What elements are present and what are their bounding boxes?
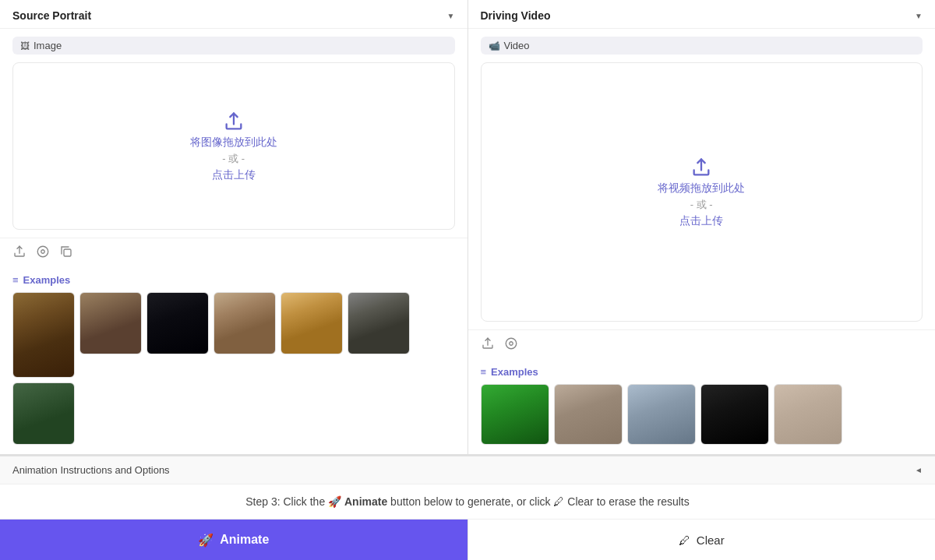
source-type-label: Image <box>34 40 62 51</box>
animate-emoji: 🚀 <box>198 533 213 548</box>
driving-example-face5[interactable] <box>774 384 842 445</box>
example-monalisa[interactable] <box>12 292 75 378</box>
example-einstein[interactable] <box>348 292 410 354</box>
clear-button[interactable]: 🖊 Clear <box>468 519 936 560</box>
video-icon: 📹 <box>489 41 500 51</box>
upload-icon-source <box>223 111 245 136</box>
driving-panel-arrow[interactable]: ▼ <box>915 12 923 20</box>
clear-emphasis: Clear <box>567 495 593 508</box>
panels-row: Source Portrait ▼ 🖼 Image 将图像拖放到此处 - 或 -… <box>0 0 935 455</box>
driving-examples-header: ≡ Examples <box>481 366 923 378</box>
animate-emphasis: Animate <box>344 495 387 508</box>
svg-point-0 <box>37 246 48 257</box>
source-type-badge[interactable]: 🖼 Image <box>12 37 455 55</box>
driving-panel-header: Driving Video ▼ <box>468 0 936 29</box>
animate-label: Animate <box>220 533 269 547</box>
source-panel-title: Source Portrait <box>12 9 91 22</box>
driving-upload-click: 点击上传 <box>679 214 723 228</box>
source-upload-area[interactable]: 将图像拖放到此处 - 或 - 点击上传 <box>12 62 455 230</box>
example-animated[interactable] <box>280 292 343 354</box>
driving-example-face1[interactable] <box>481 384 549 445</box>
source-copy-tool-icon[interactable] <box>59 245 73 262</box>
svg-point-4 <box>509 342 513 346</box>
source-upload-main: 将图像拖放到此处 <box>190 136 277 150</box>
example-chinese-warrior[interactable] <box>79 292 142 354</box>
driving-type-badge[interactable]: 📹 Video <box>481 37 923 55</box>
step-instruction: Step 3: Click the 🚀 Animate button below… <box>0 484 935 519</box>
driving-upload-area[interactable]: 将视频拖放到此处 - 或 - 点击上传 <box>481 62 923 322</box>
example-child[interactable] <box>213 292 276 354</box>
driving-examples-list-icon: ≡ <box>481 366 487 378</box>
source-examples-label: Examples <box>23 274 71 286</box>
driving-examples-grid <box>481 384 923 445</box>
action-buttons: 🚀 Animate 🖊 Clear <box>0 519 935 560</box>
driving-upload-main: 将视频拖放到此处 <box>658 181 745 195</box>
svg-point-1 <box>41 250 45 254</box>
source-examples-grid <box>12 292 455 445</box>
source-tools <box>0 238 468 268</box>
bottom-section: Animation Instructions and Options ◄ Ste… <box>0 455 935 560</box>
source-portrait-panel: Source Portrait ▼ 🖼 Image 将图像拖放到此处 - 或 -… <box>0 0 468 454</box>
driving-crop-tool-icon[interactable] <box>504 336 518 354</box>
clear-label: Clear <box>697 534 725 547</box>
animation-options-title: Animation Instructions and Options <box>12 464 170 476</box>
driving-examples-section: ≡ Examples <box>468 360 936 454</box>
app-container: Source Portrait ▼ 🖼 Image 将图像拖放到此处 - 或 -… <box>0 0 935 560</box>
animation-options-bar[interactable]: Animation Instructions and Options ◄ <box>0 456 935 484</box>
clear-emoji: 🖊 <box>679 534 690 547</box>
example-pearl-earring[interactable] <box>146 292 209 354</box>
animate-button[interactable]: 🚀 Animate <box>0 519 468 560</box>
driving-type-label: Video <box>504 40 530 51</box>
source-upload-tool-icon[interactable] <box>12 245 26 262</box>
source-examples-section: ≡ Examples <box>0 268 468 454</box>
driving-upload-tool-icon[interactable] <box>481 336 495 354</box>
source-upload-click: 点击上传 <box>212 168 256 182</box>
driving-tools <box>468 329 936 360</box>
driving-example-face3[interactable] <box>627 384 696 445</box>
source-panel-arrow[interactable]: ▼ <box>447 12 455 20</box>
source-upload-or: - 或 - <box>222 152 245 166</box>
svg-rect-2 <box>64 249 71 256</box>
example-monkey[interactable] <box>12 382 75 445</box>
source-examples-header: ≡ Examples <box>12 274 455 286</box>
source-crop-tool-icon[interactable] <box>36 245 50 262</box>
driving-video-panel: Driving Video ▼ 📹 Video 将视频拖放到此处 - 或 - 点… <box>468 0 936 454</box>
examples-list-icon: ≡ <box>12 274 19 286</box>
svg-point-3 <box>506 338 517 349</box>
image-icon: 🖼 <box>20 41 30 51</box>
upload-icon-driving <box>690 157 712 181</box>
driving-upload-or: - 或 - <box>690 198 713 212</box>
driving-examples-label: Examples <box>491 366 538 378</box>
source-panel-header: Source Portrait ▼ <box>0 0 468 29</box>
driving-panel-title: Driving Video <box>481 9 551 22</box>
animation-options-arrow: ◄ <box>915 466 923 474</box>
driving-example-face2[interactable] <box>554 384 623 445</box>
driving-example-face4[interactable] <box>700 384 769 445</box>
